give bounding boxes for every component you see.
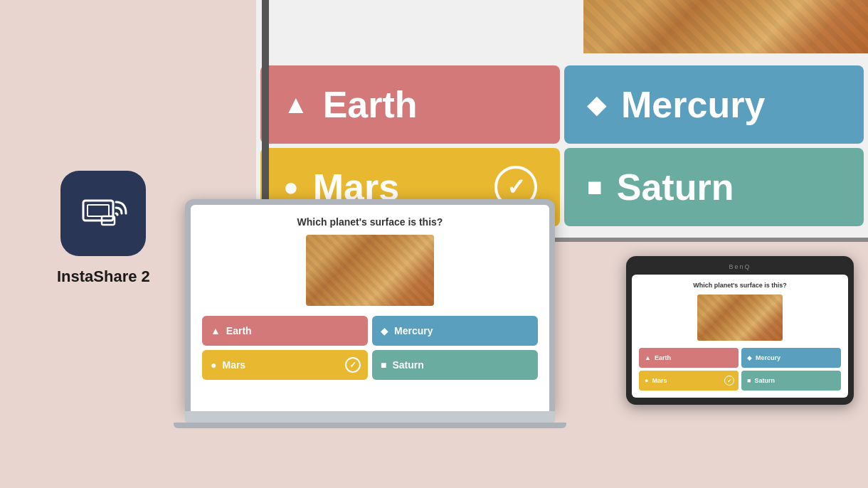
large-saturn-btn[interactable]: ■ Saturn (564, 148, 864, 226)
mercury-label: Mercury (621, 83, 765, 126)
tablet-earth-label: Earth (655, 354, 671, 361)
tablet-circle-icon: ● (645, 377, 648, 384)
large-mercury-btn[interactable]: ◆ Mercury (564, 65, 864, 144)
laptop-earth-label: Earth (226, 325, 252, 336)
app-icon[interactable] (60, 171, 146, 256)
laptop-mercury-btn[interactable]: ◆ Mercury (372, 316, 538, 346)
laptop-quiz-image (306, 235, 434, 306)
tablet-mars-check-icon: ✓ (724, 376, 734, 386)
laptop-buttons-grid: ▲ Earth ◆ Mercury ● Mars ✓ ■ Saturn (202, 316, 538, 380)
laptop-mars-check-icon: ✓ (345, 357, 361, 373)
saturn-label: Saturn (617, 166, 734, 208)
sand-texture-laptop (306, 235, 434, 306)
square-icon: ■ (587, 172, 603, 202)
tablet-triangle-icon: ▲ (645, 354, 651, 361)
laptop-question: Which planet's surface is this? (202, 216, 538, 228)
earth-label: Earth (323, 83, 418, 126)
tablet-question: Which planet's surface is this? (639, 282, 841, 289)
tablet-mercury-btn[interactable]: ◆ Mercury (741, 348, 841, 368)
tv-top-image (583, 0, 868, 53)
laptop-earth-btn[interactable]: ▲ Earth (202, 316, 368, 346)
laptop-triangle-icon: ▲ (211, 325, 221, 336)
laptop-mercury-label: Mercury (394, 325, 433, 336)
circle-icon: ● (283, 172, 299, 202)
large-earth-btn[interactable]: ▲ Earth (260, 65, 560, 144)
laptop-saturn-label: Saturn (392, 359, 423, 371)
laptop-diamond-icon: ◆ (381, 325, 388, 336)
app-name: InstaShare 2 (57, 267, 150, 286)
laptop-mars-btn[interactable]: ● Mars ✓ (202, 350, 368, 380)
tablet-brand: BenQ (632, 263, 848, 270)
tablet-mercury-label: Mercury (756, 354, 780, 361)
triangle-icon: ▲ (283, 90, 309, 120)
tablet-quiz-image (697, 295, 783, 341)
tablet-square-icon: ■ (747, 377, 751, 384)
laptop-mars-label: Mars (222, 359, 245, 371)
laptop-screen: Which planet's surface is this? ▲ Earth … (191, 205, 549, 411)
laptop-saturn-btn[interactable]: ■ Saturn (372, 350, 538, 380)
laptop-square-icon: ■ (381, 359, 386, 371)
tablet-saturn-label: Saturn (754, 377, 775, 384)
tablet-screen: Which planet's surface is this? ▲ Earth … (632, 275, 848, 398)
tablet-mars-btn[interactable]: ● Mars ✓ (639, 371, 739, 391)
laptop-circle-icon: ● (211, 359, 216, 371)
laptop-quiz-content: Which planet's surface is this? ▲ Earth … (191, 205, 549, 391)
display-pole (262, 0, 269, 221)
tablet-quiz-content: Which planet's surface is this? ▲ Earth … (632, 275, 848, 398)
tablet-buttons-grid: ▲ Earth ◆ Mercury ● Mars ✓ ■ Saturn (639, 348, 841, 391)
tablet-outer: BenQ Which planet's surface is this? ▲ E… (626, 256, 854, 405)
sand-texture-tablet (697, 295, 783, 341)
laptop-base-top (185, 411, 555, 423)
tablet-diamond-icon: ◆ (747, 354, 752, 361)
app-icon-section: InstaShare 2 (57, 171, 150, 286)
sand-texture-large (583, 0, 868, 53)
diamond-icon: ◆ (587, 90, 607, 120)
laptop-screen-outer: Which planet's surface is this? ▲ Earth … (185, 199, 555, 411)
tablet-device: BenQ Which planet's surface is this? ▲ E… (626, 256, 854, 405)
laptop-device: Which planet's surface is this? ▲ Earth … (185, 199, 555, 428)
svg-rect-1 (88, 205, 109, 216)
tablet-earth-btn[interactable]: ▲ Earth (639, 348, 739, 368)
tablet-saturn-btn[interactable]: ■ Saturn (741, 371, 841, 391)
tablet-mars-label: Mars (652, 377, 667, 384)
laptop-base-bottom (174, 423, 566, 428)
